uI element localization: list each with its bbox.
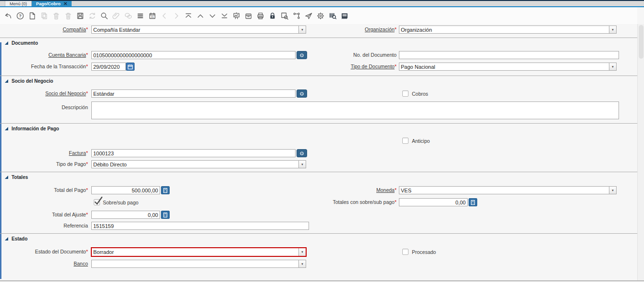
- new-record-icon[interactable]: [28, 12, 37, 20]
- moneda-input[interactable]: [399, 187, 609, 194]
- moneda-dropdown-icon[interactable]: ▼: [609, 187, 616, 194]
- banco-combobox[interactable]: ▼: [91, 260, 306, 268]
- section-divider: [0, 233, 637, 234]
- tipo-pago-input[interactable]: [92, 161, 298, 168]
- window-menu-icon[interactable]: [340, 12, 349, 20]
- send-request-icon[interactable]: [304, 12, 313, 20]
- total-pago-input[interactable]: [91, 186, 160, 194]
- referencia-label: Referencia: [0, 222, 88, 230]
- totales-sobre-sub-calculator-button[interactable]: [469, 198, 477, 206]
- tab-bar: Menú (0) Pago/Cobro ✕: [0, 0, 644, 7]
- compania-input[interactable]: [92, 26, 298, 33]
- banco-input[interactable]: [92, 260, 298, 267]
- organizacion-input[interactable]: [399, 26, 609, 33]
- form-bottom-divider: [0, 280, 644, 281]
- collapse-triangle-icon[interactable]: [5, 237, 8, 240]
- compania-dropdown-icon[interactable]: ▼: [298, 26, 306, 33]
- estado-documento-dropdown-icon[interactable]: ▼: [298, 248, 306, 256]
- parent-record-icon[interactable]: [184, 12, 193, 20]
- total-pago-label: Total del Pago*: [0, 186, 88, 194]
- scrollbar-thumb[interactable]: [639, 25, 644, 59]
- fecha-transaccion-input[interactable]: [91, 63, 126, 71]
- tipo-documento-dropdown-icon[interactable]: ▼: [609, 63, 616, 70]
- tipo-pago-dropdown-icon[interactable]: ▼: [298, 161, 306, 168]
- referencia-input[interactable]: [91, 222, 309, 230]
- calendar-day-text: 31: [151, 15, 154, 18]
- calendar-icon[interactable]: 31: [148, 12, 157, 20]
- cuenta-bancaria-input[interactable]: [91, 51, 296, 59]
- estado-documento-input[interactable]: [92, 248, 298, 256]
- total-pago-calculator-button[interactable]: [161, 186, 170, 194]
- tab-close-icon[interactable]: ✕: [63, 1, 67, 6]
- print-icon[interactable]: [256, 12, 265, 20]
- up-icon[interactable]: [196, 12, 205, 20]
- tipo-pago-combobox[interactable]: ▼: [91, 160, 306, 168]
- tab-menu-label: Menú (0): [10, 1, 27, 6]
- section-estado[interactable]: Estado: [5, 236, 27, 241]
- collapse-triangle-icon[interactable]: [5, 127, 8, 130]
- grid-toggle-icon[interactable]: [136, 12, 145, 20]
- section-documento[interactable]: Documento: [5, 40, 38, 46]
- tipo-documento-input[interactable]: [399, 63, 609, 70]
- tab-menu[interactable]: Menú (0): [5, 1, 32, 6]
- archive-icon[interactable]: [244, 12, 253, 20]
- compania-combobox[interactable]: ▼: [91, 25, 306, 34]
- section-informacion-pago[interactable]: Información de Pago: [5, 126, 59, 131]
- cobros-checkbox[interactable]: [402, 90, 409, 97]
- organizacion-dropdown-icon[interactable]: ▼: [609, 26, 616, 33]
- socio-negocio-record-button[interactable]: [297, 89, 307, 98]
- tipo-pago-label: Tipo de Pago*: [0, 160, 88, 168]
- section-divider: [0, 76, 637, 76]
- sobre-sub-pago-label: Sobre/sub pago: [103, 199, 138, 206]
- zoom-across-icon[interactable]: [280, 12, 289, 20]
- total-ajuste-calculator-button[interactable]: [161, 211, 170, 219]
- lock-icon[interactable]: [268, 12, 277, 20]
- moneda-combobox[interactable]: ▼: [399, 186, 617, 194]
- organizacion-combobox[interactable]: ▼: [399, 25, 617, 34]
- factura-label: Factura*: [0, 149, 88, 157]
- copy-record-icon: [40, 12, 49, 20]
- factura-record-button[interactable]: [297, 149, 307, 157]
- descripcion-textarea[interactable]: [91, 101, 619, 119]
- procesado-checkbox[interactable]: [402, 249, 409, 255]
- product-info-icon[interactable]: [328, 12, 337, 20]
- anticipo-checkbox[interactable]: [402, 138, 409, 144]
- help-icon[interactable]: ?: [16, 12, 25, 20]
- no-documento-input[interactable]: [399, 51, 619, 59]
- chat-icon: [124, 12, 133, 20]
- anticipo-label: Anticipo: [412, 138, 430, 145]
- collapse-triangle-icon[interactable]: [5, 176, 8, 179]
- tab-pago-cobro[interactable]: Pago/Cobro ✕: [32, 1, 72, 6]
- vertical-scrollbar[interactable]: [637, 24, 644, 280]
- estado-documento-combobox[interactable]: ▼: [91, 247, 307, 257]
- sobre-sub-pago-checkbox[interactable]: [94, 199, 100, 205]
- socio-negocio-input[interactable]: [91, 89, 296, 98]
- attachment-icon: [112, 12, 121, 20]
- undo-icon[interactable]: [4, 12, 12, 20]
- banco-dropdown-icon[interactable]: ▼: [298, 260, 306, 267]
- tipo-documento-combobox[interactable]: ▼: [399, 63, 617, 71]
- cuenta-bancaria-record-button[interactable]: [297, 51, 307, 59]
- moneda-label: Moneda*: [309, 186, 396, 194]
- workflow-icon[interactable]: [292, 12, 301, 20]
- socio-negocio-label: Socio del Negocio*: [0, 89, 88, 98]
- report-icon[interactable]: [232, 12, 241, 20]
- save-icon[interactable]: [76, 12, 85, 20]
- cobros-label: Cobros: [412, 90, 428, 98]
- detail-record-icon[interactable]: [220, 12, 229, 20]
- collapse-triangle-icon[interactable]: [5, 79, 8, 83]
- find-icon[interactable]: [100, 12, 109, 20]
- preference-icon[interactable]: [316, 12, 325, 20]
- factura-input[interactable]: [91, 149, 296, 157]
- down-icon[interactable]: [208, 12, 217, 20]
- totales-sobre-sub-input[interactable]: [399, 198, 468, 206]
- section-socio-negocio[interactable]: Socio del Negocio: [5, 78, 53, 84]
- collapse-triangle-icon[interactable]: [5, 41, 8, 45]
- total-ajuste-input[interactable]: [91, 211, 160, 219]
- section-totales[interactable]: Totales: [5, 175, 28, 180]
- previous-record-icon: [160, 12, 169, 20]
- fecha-calendar-button[interactable]: [126, 63, 135, 71]
- tab-pago-cobro-label: Pago/Cobro: [36, 1, 61, 6]
- section-divider: [0, 38, 637, 38]
- descripcion-label: Descripción: [0, 103, 88, 112]
